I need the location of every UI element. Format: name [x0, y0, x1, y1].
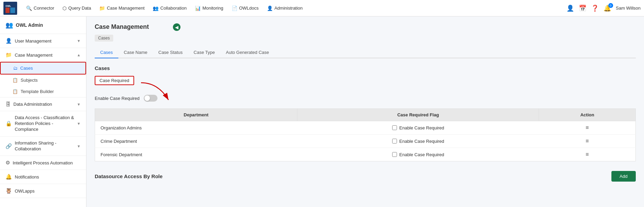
- flag-org-admins: Enable Case Required: [297, 121, 539, 135]
- svg-rect-2: [5, 8, 10, 13]
- nav-administration-label: Administration: [274, 5, 303, 11]
- case-required-wrapper: Case Required: [95, 76, 134, 90]
- template-builder-icon: 📋: [12, 89, 18, 94]
- sidebar-admin-label: OWL Admin: [16, 22, 43, 28]
- data-admin-icon: 🗄: [5, 101, 11, 107]
- administration-icon: 👤: [267, 5, 273, 11]
- nav-monitoring[interactable]: 📊 Monitoring: [191, 3, 227, 13]
- dept-org-admins: Organization Admins: [95, 121, 297, 135]
- calendar-icon[interactable]: 📅: [579, 4, 586, 12]
- collaboration-icon: 👥: [153, 5, 159, 11]
- sidebar-section-data-administration: 🗄 Data Administration ▼: [0, 97, 86, 111]
- datasource-header: Datasource Access By Role Add: [95, 171, 636, 182]
- dept-forensic: Forensic Department: [95, 148, 297, 161]
- cases-table: Department Case Required Flag Action Org…: [95, 108, 636, 161]
- annotation-arrow: [138, 79, 179, 107]
- nav-collaboration[interactable]: 👥 Collaboration: [149, 3, 190, 13]
- sidebar-section-header-owlapps[interactable]: 🦉 OWLapps: [0, 184, 86, 198]
- nav-query-data[interactable]: ⬡ Query Data: [59, 3, 94, 13]
- profile-icon[interactable]: 👤: [566, 4, 574, 12]
- sidebar-section-owlapps: 🦉 OWLapps: [0, 184, 86, 198]
- action-menu-forensic[interactable]: ≡: [545, 151, 630, 158]
- case-management-sidebar-icon: 📁: [5, 52, 12, 58]
- notifications-icon: 🔔: [5, 174, 12, 180]
- sidebar-section-header-ipa[interactable]: ⚙ Intelligent Process Automation: [0, 156, 86, 170]
- action-menu-org-admins[interactable]: ≡: [545, 125, 630, 131]
- case-required-box: Case Required: [95, 76, 134, 85]
- nav-items: 🔍 Connector ⬡ Query Data 📁 Case Manageme…: [23, 3, 566, 13]
- nav-owldocs[interactable]: 📄 OWLdocs: [228, 3, 262, 13]
- notification-badge: 0: [608, 3, 613, 8]
- nav-case-management[interactable]: 📁 Case Management: [96, 3, 148, 13]
- sidebar-section-notifications: 🔔 Notifications: [0, 170, 86, 184]
- flag-forensic: Enable Case Required: [297, 148, 539, 161]
- checkbox-crime[interactable]: [392, 139, 397, 143]
- query-data-icon: ⬡: [62, 5, 67, 11]
- nav-monitoring-label: Monitoring: [202, 5, 223, 11]
- sidebar-section-header-info-sharing[interactable]: 🔗 Information Sharing -Collaboration ▼: [0, 137, 86, 156]
- cases-label: Cases: [20, 66, 33, 71]
- nav-connector[interactable]: 🔍 Connector: [23, 3, 58, 13]
- checkbox-label-org-admins[interactable]: Enable Case Required: [303, 125, 534, 130]
- notifications-label: Notifications: [15, 174, 39, 180]
- sidebar-section-header-notifications[interactable]: 🔔 Notifications: [0, 170, 86, 184]
- data-access-chevron: ▼: [77, 122, 81, 126]
- action-crime: ≡: [539, 135, 636, 148]
- nav-administration[interactable]: 👤 Administration: [264, 3, 306, 13]
- table-row: Organization Admins Enable Case Required…: [95, 121, 636, 135]
- info-sharing-label-wrap: Information Sharing -Collaboration: [15, 140, 56, 152]
- datasource-title: Datasource Access By Role: [95, 173, 163, 179]
- subjects-icon: 📋: [12, 78, 18, 83]
- nav-right: 👤 📅 ❓ 🔔 0 Sam Willson: [566, 4, 641, 12]
- case-management-icon: 📁: [99, 5, 105, 11]
- cases-icon: 🗂: [13, 66, 17, 71]
- tab-case-name[interactable]: Case Name: [118, 47, 153, 58]
- sidebar-section-ipa: ⚙ Intelligent Process Automation: [0, 156, 86, 170]
- sidebar-section-header-data-admin[interactable]: 🗄 Data Administration ▼: [0, 97, 86, 111]
- checkbox-forensic[interactable]: [392, 152, 397, 157]
- content: ◀ Case Management Cases Cases Case Name …: [86, 16, 644, 207]
- breadcrumb: Cases: [95, 35, 113, 42]
- user-name[interactable]: Sam Willson: [616, 5, 641, 11]
- action-forensic: ≡: [539, 148, 636, 161]
- info-sharing-chevron: ▼: [77, 144, 81, 148]
- enable-case-required-toggle[interactable]: [144, 95, 157, 102]
- tab-case-status[interactable]: Case Status: [153, 47, 188, 58]
- owlapps-icon: 🦉: [5, 188, 12, 194]
- sidebar-section-header-user-management[interactable]: 👤 User Management ▼: [0, 34, 86, 48]
- help-icon[interactable]: ❓: [591, 4, 599, 12]
- sidebar-item-subjects[interactable]: 📋 Subjects: [0, 74, 86, 86]
- action-menu-crime[interactable]: ≡: [545, 138, 630, 144]
- flag-crime: Enable Case Required: [297, 135, 539, 148]
- nav-query-data-label: Query Data: [68, 5, 91, 11]
- checkbox-org-admins[interactable]: [392, 125, 397, 130]
- owlapps-label: OWLapps: [15, 188, 35, 194]
- sidebar-section-user-management: 👤 User Management ▼: [0, 34, 86, 48]
- sidebar: 👥 OWL Admin 👤 User Management ▼ 📁 Case M…: [0, 16, 86, 207]
- col-department: Department: [95, 109, 297, 121]
- nav-case-management-label: Case Management: [107, 5, 144, 11]
- tab-auto-generated-case[interactable]: Auto Generated Case: [220, 47, 274, 58]
- data-access-label-wrap: Data Access - Classification &Retention …: [15, 115, 77, 133]
- user-management-chevron: ▼: [77, 39, 81, 43]
- data-access-icon: 🔒: [5, 120, 12, 127]
- sidebar-item-cases[interactable]: 🗂 Cases: [0, 62, 86, 74]
- sidebar-section-header-data-access[interactable]: 🔒 Data Access - Classification &Retentio…: [0, 111, 86, 136]
- nav-collaboration-label: Collaboration: [160, 5, 187, 11]
- add-button[interactable]: Add: [611, 171, 636, 182]
- tab-case-type[interactable]: Case Type: [188, 47, 220, 58]
- dept-crime: Crime Department: [95, 135, 297, 148]
- sidebar-item-template-builder[interactable]: 📋 Template Builder: [0, 86, 86, 97]
- toggle-label: Enable Case Required: [95, 96, 140, 101]
- user-management-icon: 👤: [5, 38, 12, 44]
- checkbox-label-forensic[interactable]: Enable Case Required: [303, 152, 534, 157]
- sidebar-section-header-case-management[interactable]: 📁 Case Management ▲: [0, 48, 86, 62]
- col-case-required-flag: Case Required Flag: [297, 109, 539, 121]
- checkbox-label-crime[interactable]: Enable Case Required: [303, 139, 534, 144]
- tab-cases[interactable]: Cases: [95, 47, 118, 58]
- toggle-row: Enable Case Required: [95, 95, 636, 102]
- sidebar-header: 👥 OWL Admin: [0, 16, 86, 34]
- notification-icon[interactable]: 🔔 0: [604, 4, 611, 12]
- sidebar-section-case-management: 📁 Case Management ▲ 🗂 Cases 📋 Subjects 📋…: [0, 48, 86, 97]
- collapse-sidebar-button[interactable]: ◀: [173, 23, 180, 31]
